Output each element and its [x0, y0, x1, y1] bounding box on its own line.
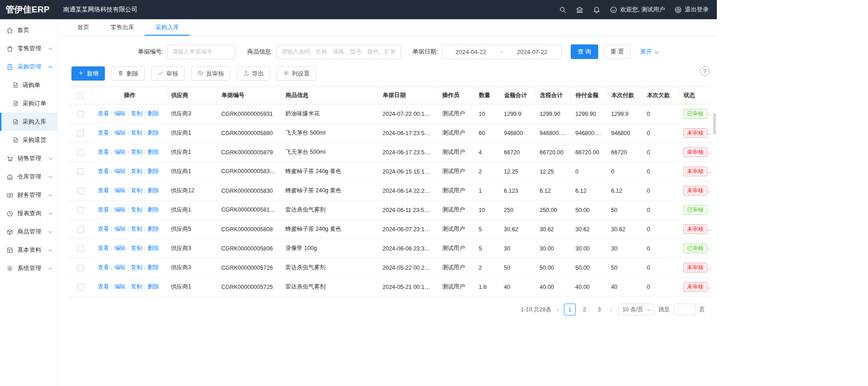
page-size-select[interactable]: 10 条/页 — [618, 304, 655, 315]
row-action-view[interactable]: 查看 — [98, 283, 109, 290]
jump-page-input[interactable] — [674, 304, 695, 315]
row-checkbox[interactable] — [77, 207, 84, 213]
page-number-1[interactable]: 1 — [564, 304, 576, 315]
sidebar-item-home[interactable]: 首页 — [0, 21, 57, 39]
audit-button[interactable]: 审核 — [151, 66, 185, 81]
row-action-delete[interactable]: 删除 — [147, 226, 159, 232]
column-settings-button[interactable]: 列设置 — [277, 66, 316, 81]
tab-purchase-inbound[interactable]: 采购入库 — [145, 19, 190, 36]
row-action-copy[interactable]: 复制 — [131, 110, 142, 117]
row-checkbox[interactable] — [77, 169, 84, 175]
row-action-delete[interactable]: 删除 — [147, 149, 159, 155]
row-action-view[interactable]: 查看 — [98, 168, 109, 174]
sidebar-item-purchase-order[interactable]: 采购订单 — [0, 94, 57, 113]
row-action-copy[interactable]: 复制 — [131, 187, 142, 194]
date-to-value[interactable]: 2024-07-22 — [517, 49, 548, 55]
row-action-edit[interactable]: 编辑 — [114, 149, 126, 155]
sidebar-item-finance[interactable]: 财务管理 — [0, 186, 57, 204]
prev-page-button[interactable]: ‹ — [556, 306, 560, 313]
row-action-edit[interactable]: 编辑 — [114, 168, 126, 174]
page-number-2[interactable]: 2 — [579, 304, 590, 315]
date-range-picker[interactable]: 2024-04-22 ~ 2024-07-22 — [442, 44, 562, 59]
row-action-view[interactable]: 查看 — [98, 226, 109, 232]
order-no-input[interactable] — [167, 44, 236, 59]
row-action-view[interactable]: 查看 — [98, 130, 109, 136]
sidebar-item-system[interactable]: 系统管理 — [0, 259, 57, 277]
sidebar-item-warehouse[interactable]: 仓库管理 — [0, 168, 57, 186]
expand-toggle[interactable]: 展开 — [640, 48, 658, 56]
select-all-checkbox[interactable] — [77, 92, 83, 99]
search-button[interactable]: 查 询 — [571, 44, 598, 59]
row-action-delete[interactable]: 删除 — [147, 168, 159, 174]
row-action-view[interactable]: 查看 — [98, 207, 109, 213]
status-badge: 未审核 — [683, 263, 707, 272]
row-action-edit[interactable]: 编辑 — [114, 110, 126, 117]
row-action-delete[interactable]: 删除 — [147, 207, 159, 213]
row-action-edit[interactable]: 编辑 — [114, 226, 126, 232]
row-action-copy[interactable]: 复制 — [131, 207, 142, 213]
sidebar-item-basic[interactable]: 基本资料 — [0, 241, 57, 259]
row-action-copy[interactable]: 复制 — [131, 283, 142, 290]
row-action-copy[interactable]: 复制 — [131, 130, 142, 136]
row-action-edit[interactable]: 编辑 — [114, 130, 126, 136]
row-action-view[interactable]: 查看 — [98, 149, 109, 155]
sidebar-item-sales[interactable]: 销售管理 — [0, 149, 57, 168]
row-action-delete[interactable]: 删除 — [147, 283, 159, 290]
sidebar-item-goods[interactable]: 商品管理 — [0, 223, 57, 241]
ban-icon — [197, 70, 203, 76]
row-checkbox[interactable] — [77, 226, 84, 233]
delete-button[interactable]: 删除 — [111, 66, 145, 81]
product-info-label: 商品信息: — [247, 48, 273, 56]
row-action-edit[interactable]: 编辑 — [114, 245, 126, 251]
row-action-view[interactable]: 查看 — [98, 245, 109, 251]
export-button[interactable]: 导出 — [237, 66, 270, 81]
row-action-copy[interactable]: 复制 — [131, 149, 142, 155]
row-action-delete[interactable]: 删除 — [147, 130, 159, 136]
row-checkbox[interactable] — [77, 245, 84, 252]
sidebar-item-purchase-inbound[interactable]: 采购入库 — [0, 113, 57, 131]
row-action-delete[interactable]: 删除 — [147, 264, 159, 271]
row-action-copy[interactable]: 复制 — [131, 264, 142, 271]
row-action-view[interactable]: 查看 — [98, 264, 109, 271]
row-action-edit[interactable]: 编辑 — [114, 283, 126, 290]
row-action-edit[interactable]: 编辑 — [114, 207, 126, 213]
help-icon[interactable]: ? — [700, 66, 710, 76]
row-action-view[interactable]: 查看 — [98, 110, 109, 117]
row-action-view[interactable]: 查看 — [98, 187, 109, 194]
row-action-delete[interactable]: 删除 — [147, 245, 159, 251]
row-checkbox[interactable] — [77, 284, 84, 290]
building-icon[interactable] — [576, 6, 584, 14]
sidebar-item-purchase-request[interactable]: 请购单 — [0, 76, 57, 94]
row-action-edit[interactable]: 编辑 — [114, 264, 126, 271]
sidebar-item-retail[interactable]: 零售管理 — [0, 39, 57, 58]
row-action-copy[interactable]: 复制 — [131, 245, 142, 251]
row-action-copy[interactable]: 复制 — [131, 168, 142, 174]
row-checkbox[interactable] — [77, 149, 84, 156]
row-action-delete[interactable]: 删除 — [147, 187, 159, 194]
search-icon[interactable] — [559, 6, 567, 14]
sidebar-item-purchase[interactable]: 采购管理 — [0, 58, 57, 76]
sidebar-item-report[interactable]: 报表查询 — [0, 204, 57, 223]
row-action-edit[interactable]: 编辑 — [114, 187, 126, 194]
row-checkbox[interactable] — [77, 188, 84, 194]
row-checkbox[interactable] — [77, 111, 84, 117]
unaudit-button[interactable]: 反审核 — [191, 66, 230, 81]
sidebar-item-purchase-return[interactable]: 采购退货 — [0, 131, 57, 149]
date-from-value[interactable]: 2024-04-22 — [456, 49, 486, 55]
tab-retail-outbound[interactable]: 零售出库 — [100, 19, 145, 36]
next-page-button[interactable]: › — [609, 306, 613, 313]
row-action-copy[interactable]: 复制 — [131, 226, 142, 232]
table-scrollbar[interactable] — [713, 113, 716, 134]
row-action-delete[interactable]: 删除 — [147, 110, 159, 117]
welcome-user[interactable]: 欢迎您, 测试用户 — [610, 5, 665, 14]
page-number-3[interactable]: 3 — [593, 304, 605, 315]
reset-button[interactable]: 重 置 — [604, 44, 631, 59]
add-button[interactable]: 新增 — [71, 66, 105, 81]
row-checkbox[interactable] — [77, 130, 84, 136]
cell-order_no: CGRK00000005879 — [217, 143, 281, 162]
product-info-input[interactable] — [276, 44, 401, 59]
logout-button[interactable]: 退出登录 — [674, 5, 709, 14]
row-checkbox[interactable] — [77, 265, 84, 271]
tab-home[interactable]: 首页 — [67, 19, 100, 36]
notification-bell-icon[interactable] — [593, 6, 601, 14]
